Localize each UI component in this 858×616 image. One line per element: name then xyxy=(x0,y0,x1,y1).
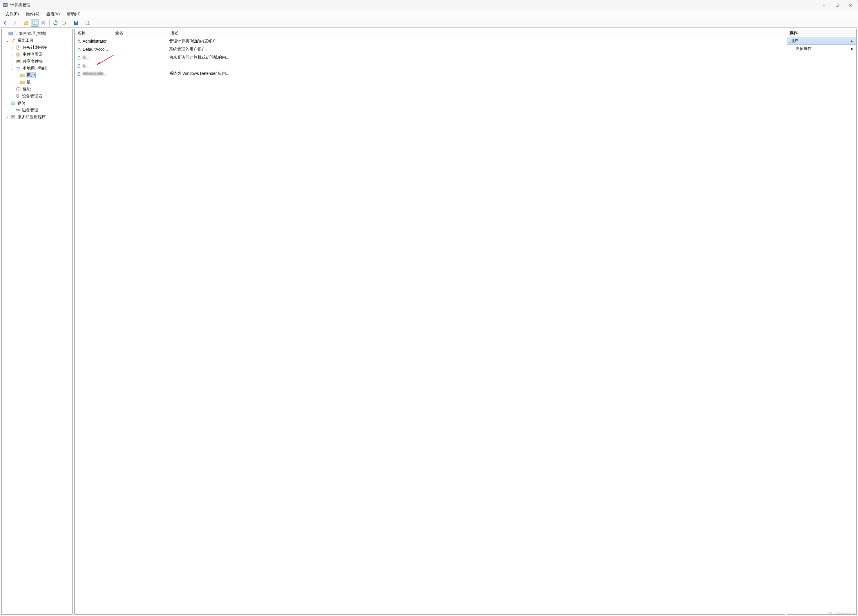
svg-point-40 xyxy=(78,72,80,74)
list-body: Administrator 管理计算机(域)的内置帐户 DefaultAcco.… xyxy=(75,37,785,614)
svg-rect-7 xyxy=(33,21,37,25)
shared-folder-icon: ⇄ xyxy=(16,59,21,64)
toolbar: ? xyxy=(0,18,858,28)
action-category-users[interactable]: 用户 ▲ xyxy=(787,37,856,45)
nav-back-button[interactable] xyxy=(2,19,9,27)
chevron-down-icon[interactable]: ⌄ xyxy=(5,38,10,43)
list-item[interactable]: DefaultAcco... 系统管理的用户帐户。 xyxy=(75,45,785,53)
tree-task-scheduler[interactable]: › 任务计划程序 xyxy=(2,44,72,51)
tree-label: 计算机管理(本地) xyxy=(14,31,47,36)
svg-point-33 xyxy=(19,110,19,110)
tree-label: 事件查看器 xyxy=(22,52,44,57)
column-name[interactable]: 名称 xyxy=(75,29,112,37)
user-description: 供来宾访问计算机或访问域的内... xyxy=(169,55,229,60)
user-name: WDAGUtilit... xyxy=(83,71,106,76)
toolbar-separator xyxy=(49,20,50,26)
user-description: 系统管理的用户帐户。 xyxy=(169,47,210,52)
user-description: 系统为 Windows Defender 应用... xyxy=(169,71,229,76)
tree-local-users-groups[interactable]: ⌄ 本地用户和组 xyxy=(2,65,72,72)
storage-icon xyxy=(11,101,16,106)
refresh-button[interactable] xyxy=(51,19,59,27)
chevron-down-icon[interactable]: ⌄ xyxy=(11,66,15,71)
tree-users[interactable]: 用户 xyxy=(2,72,72,79)
performance-icon xyxy=(16,87,21,92)
tree-event-viewer[interactable]: › ! 事件查看器 xyxy=(2,51,72,58)
actions-header: 操作 xyxy=(787,29,856,37)
svg-point-38 xyxy=(78,56,80,57)
list-header: 名称 全名 描述 xyxy=(75,29,785,37)
svg-rect-4 xyxy=(836,4,838,6)
menu-action[interactable]: 操作(A) xyxy=(23,11,42,17)
action-label: 更多操作 xyxy=(795,46,811,51)
toolbar-separator xyxy=(82,20,82,26)
menu-file[interactable]: 文件(F) xyxy=(3,11,22,17)
chevron-right-icon[interactable]: › xyxy=(11,45,15,50)
show-hide-tree-button[interactable] xyxy=(31,19,39,27)
svg-point-39 xyxy=(78,64,80,65)
user-name: G... xyxy=(83,55,89,60)
tree-label: 设备管理器 xyxy=(22,94,43,99)
user-name: Administrator xyxy=(83,39,106,43)
list-panel: 名称 全名 描述 Administrator 管理计算机(域)的内置帐户 Def… xyxy=(74,29,785,614)
folder-icon xyxy=(20,80,25,85)
tree-root[interactable]: 计算机管理(本地) xyxy=(2,30,72,37)
tree-groups[interactable]: 组 xyxy=(2,79,72,86)
up-level-button[interactable] xyxy=(22,19,30,27)
svg-text:!: ! xyxy=(18,52,19,57)
list-item[interactable]: G... 供来宾访问计算机或访问域的内... xyxy=(75,53,785,62)
watermark: CSDN @xingllmeng xyxy=(827,611,855,615)
svg-text:?: ? xyxy=(75,20,78,25)
tree-device-manager[interactable]: 设备管理器 xyxy=(2,93,72,100)
event-icon: ! xyxy=(16,52,21,57)
tree-storage[interactable]: ⌄ 存储 xyxy=(2,100,72,107)
tree-system-tools[interactable]: ⌄ 系统工具 xyxy=(2,37,72,44)
menu-view[interactable]: 查看(V) xyxy=(44,11,63,17)
minimize-button[interactable] xyxy=(817,1,830,10)
action-more[interactable]: 更多操作 ▶ xyxy=(787,45,856,53)
column-fullname[interactable]: 全名 xyxy=(112,29,167,37)
user-icon xyxy=(76,55,81,60)
chevron-down-icon[interactable]: ⌄ xyxy=(5,101,10,106)
list-item[interactable]: q... xyxy=(75,62,785,70)
svg-point-26 xyxy=(18,67,20,69)
svg-text:⇄: ⇄ xyxy=(17,59,20,63)
svg-rect-19 xyxy=(10,35,12,36)
window-title: 计算机管理 xyxy=(10,3,31,8)
chevron-right-icon[interactable]: › xyxy=(5,115,10,119)
svg-point-20 xyxy=(13,39,15,40)
nav-forward-button[interactable] xyxy=(10,19,18,27)
app-icon xyxy=(3,3,8,8)
list-item[interactable]: Administrator 管理计算机(域)的内置帐户 xyxy=(75,37,785,45)
device-icon xyxy=(15,94,20,99)
chevron-up-icon: ▲ xyxy=(850,39,853,43)
tree-performance[interactable]: › 性能 xyxy=(2,86,72,93)
svg-rect-1 xyxy=(3,4,7,6)
svg-rect-2 xyxy=(5,7,6,7)
svg-point-37 xyxy=(78,48,80,49)
menu-help[interactable]: 帮助(H) xyxy=(64,11,83,17)
user-icon xyxy=(76,63,81,68)
column-description[interactable]: 描述 xyxy=(167,29,785,37)
chevron-right-icon[interactable]: › xyxy=(11,59,15,64)
maximize-button[interactable] xyxy=(830,1,844,10)
tree-label: 服务和应用程序 xyxy=(17,115,47,120)
tree-label: 系统工具 xyxy=(17,38,34,43)
tree-services-apps[interactable]: › 服务和应用程序 xyxy=(2,114,72,121)
properties-button[interactable] xyxy=(39,19,48,27)
close-button[interactable] xyxy=(844,1,857,10)
tree-label: 组 xyxy=(26,80,31,85)
services-icon xyxy=(11,115,16,120)
tree-disk-management[interactable]: 磁盘管理 xyxy=(2,107,72,114)
users-icon xyxy=(16,66,21,71)
chevron-right-icon[interactable]: › xyxy=(11,52,15,57)
tree-label: 共享文件夹 xyxy=(22,59,44,64)
export-button[interactable] xyxy=(60,19,68,27)
twisty-icon xyxy=(3,31,8,36)
help-button[interactable]: ? xyxy=(72,19,80,27)
tree-shared-folders[interactable]: › ⇄ 共享文件夹 xyxy=(2,58,72,65)
tree-label: 任务计划程序 xyxy=(22,45,48,50)
user-name: DefaultAcco... xyxy=(83,47,108,52)
action-pane-button[interactable] xyxy=(84,19,92,27)
chevron-right-icon[interactable]: › xyxy=(11,87,15,92)
list-item[interactable]: WDAGUtilit... 系统为 Windows Defender 应用... xyxy=(75,70,785,78)
